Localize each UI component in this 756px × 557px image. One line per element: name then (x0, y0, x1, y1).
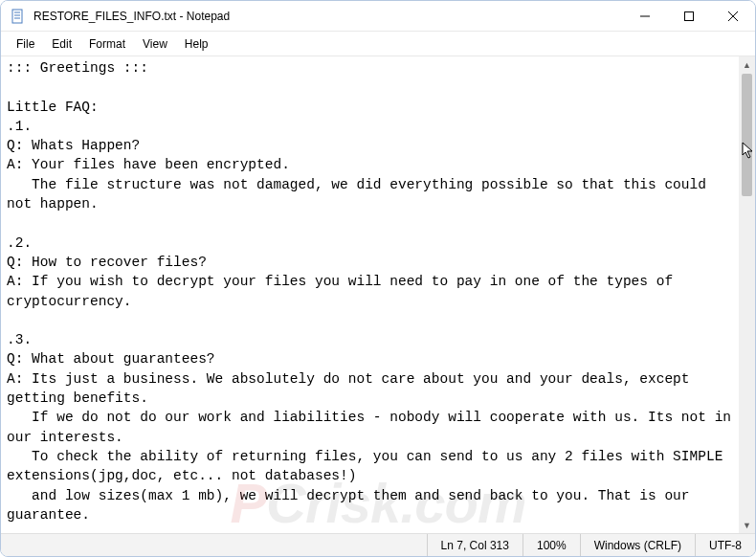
notepad-window: RESTORE_FILES_INFO.txt - Notepad File Ed… (0, 0, 756, 557)
menu-format[interactable]: Format (81, 35, 133, 53)
maximize-button[interactable] (667, 1, 711, 31)
status-line-ending: Windows (CRLF) (580, 534, 695, 556)
status-zoom: 100% (523, 534, 580, 556)
vertical-scrollbar[interactable]: ▲ ▼ (739, 56, 755, 533)
close-button[interactable] (711, 1, 755, 31)
svg-rect-5 (685, 11, 694, 20)
statusbar: Ln 7, Col 313 100% Windows (CRLF) UTF-8 (1, 533, 755, 556)
minimize-button[interactable] (623, 1, 667, 31)
window-controls (623, 1, 755, 31)
menu-file[interactable]: File (9, 35, 42, 53)
status-position: Ln 7, Col 313 (427, 534, 523, 556)
content-area: ::: Greetings ::: Little FAQ: .1. Q: Wha… (1, 56, 755, 533)
titlebar: RESTORE_FILES_INFO.txt - Notepad (1, 1, 755, 32)
menu-view[interactable]: View (135, 35, 175, 53)
status-encoding: UTF-8 (695, 534, 755, 556)
scrollbar-thumb[interactable] (742, 74, 752, 196)
svg-rect-0 (12, 10, 22, 23)
menu-help[interactable]: Help (177, 35, 216, 53)
menubar: File Edit Format View Help (1, 32, 755, 56)
scroll-down-arrow[interactable]: ▼ (739, 517, 755, 533)
scroll-up-arrow[interactable]: ▲ (739, 56, 755, 73)
menu-edit[interactable]: Edit (44, 35, 79, 53)
window-title: RESTORE_FILES_INFO.txt - Notepad (33, 10, 623, 23)
text-editor[interactable]: ::: Greetings ::: Little FAQ: .1. Q: Wha… (1, 56, 739, 533)
notepad-icon (11, 9, 26, 24)
